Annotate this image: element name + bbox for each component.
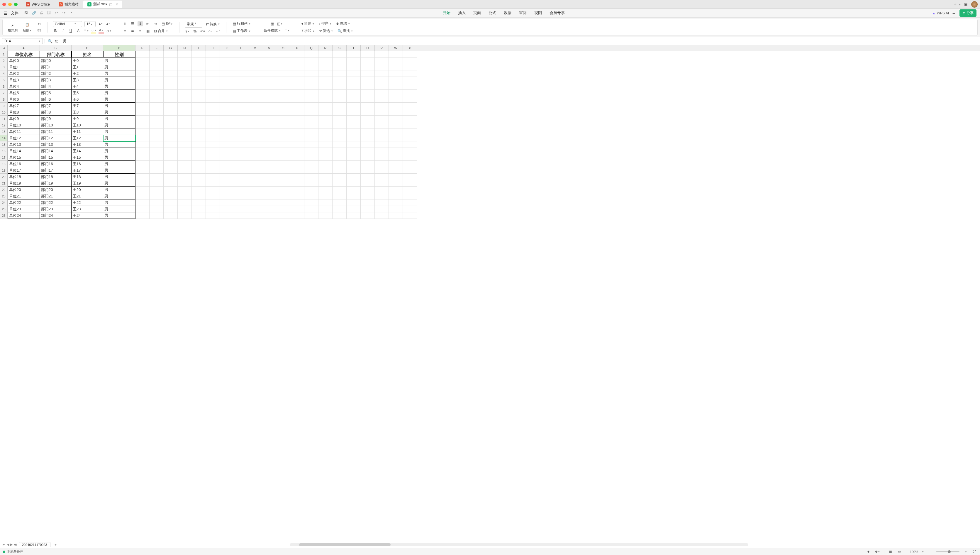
cell[interactable] — [149, 77, 163, 83]
cell[interactable] — [206, 174, 220, 180]
row-header[interactable]: 13 — [0, 128, 8, 135]
column-header[interactable]: H — [178, 45, 192, 51]
cell[interactable] — [248, 96, 262, 103]
cell[interactable]: 男 — [103, 71, 136, 77]
cell[interactable]: 部门0 — [40, 58, 72, 64]
cell[interactable] — [149, 174, 163, 180]
cell[interactable] — [389, 77, 403, 83]
cell[interactable] — [361, 128, 375, 135]
cell[interactable] — [347, 186, 361, 193]
sort-button[interactable]: ↕ 排序▾ — [317, 21, 333, 27]
cell[interactable] — [206, 122, 220, 128]
cell[interactable] — [304, 109, 319, 115]
cell[interactable]: 王5 — [72, 90, 103, 96]
cell[interactable] — [333, 51, 347, 58]
column-header[interactable]: M — [248, 45, 262, 51]
cell[interactable]: 男 — [103, 103, 136, 109]
cell[interactable] — [290, 135, 304, 141]
cell[interactable] — [304, 77, 319, 83]
cell[interactable] — [220, 109, 234, 115]
cell[interactable] — [234, 51, 248, 58]
column-header[interactable]: P — [290, 45, 304, 51]
cell[interactable]: 王7 — [72, 103, 103, 109]
cell[interactable] — [149, 58, 163, 64]
cell[interactable] — [304, 180, 319, 186]
row-header[interactable]: 15 — [0, 141, 8, 148]
cell[interactable] — [248, 71, 262, 77]
cell[interactable]: 单位名称 — [8, 51, 40, 58]
cell[interactable]: 男 — [103, 83, 136, 90]
row-header[interactable]: 21 — [0, 180, 8, 186]
column-header[interactable]: K — [220, 45, 234, 51]
add-sheet-button[interactable]: ＋ — [52, 542, 59, 547]
cell[interactable] — [403, 180, 417, 186]
cell[interactable] — [290, 174, 304, 180]
user-avatar[interactable] — [971, 1, 978, 8]
cell[interactable] — [319, 103, 333, 109]
cell[interactable]: 男 — [103, 148, 136, 154]
cell[interactable] — [163, 122, 178, 128]
cell[interactable] — [361, 141, 375, 148]
cell[interactable]: 王13 — [72, 141, 103, 148]
tab-close-icon[interactable]: × — [116, 2, 118, 7]
cell[interactable] — [163, 51, 178, 58]
cell[interactable] — [163, 109, 178, 115]
cell[interactable] — [290, 167, 304, 174]
cell[interactable] — [389, 115, 403, 122]
cell[interactable] — [403, 141, 417, 148]
cell[interactable] — [304, 186, 319, 193]
cell[interactable] — [403, 212, 417, 219]
cell[interactable]: 王4 — [72, 83, 103, 90]
wps-ai-button[interactable]: ▲WPS AI — [932, 11, 949, 15]
cell[interactable] — [234, 128, 248, 135]
cell[interactable] — [304, 193, 319, 199]
cell[interactable] — [136, 167, 149, 174]
cloud-icon[interactable]: ☁ — [952, 11, 956, 16]
cell[interactable] — [206, 141, 220, 148]
sum-button[interactable]: Σ 求和▾ — [300, 28, 315, 34]
cell[interactable] — [389, 58, 403, 64]
cell[interactable]: 部门8 — [40, 109, 72, 115]
cell[interactable] — [262, 148, 276, 154]
cell[interactable] — [262, 51, 276, 58]
decrease-decimal-icon[interactable]: ←.0 — [215, 29, 221, 34]
cell[interactable] — [347, 154, 361, 161]
cell[interactable] — [262, 90, 276, 96]
cell[interactable] — [276, 206, 290, 212]
cell[interactable]: 王19 — [72, 180, 103, 186]
cell[interactable] — [234, 83, 248, 90]
cell[interactable]: 男 — [103, 206, 136, 212]
cell[interactable] — [149, 128, 163, 135]
cell[interactable] — [319, 135, 333, 141]
column-header[interactable]: B — [40, 45, 72, 51]
cell[interactable] — [262, 193, 276, 199]
cell[interactable] — [192, 180, 206, 186]
cell[interactable] — [206, 128, 220, 135]
cell[interactable] — [220, 51, 234, 58]
cell[interactable] — [178, 103, 192, 109]
cell[interactable]: 王24 — [72, 212, 103, 219]
cell[interactable] — [347, 128, 361, 135]
cell[interactable] — [375, 128, 389, 135]
sheet-nav-first-icon[interactable]: ⏮ — [2, 543, 6, 547]
cell[interactable] — [276, 141, 290, 148]
cell[interactable]: 单位23 — [8, 206, 40, 212]
cell[interactable]: 单位20 — [8, 186, 40, 193]
cell[interactable] — [347, 58, 361, 64]
sheet-nav-last-icon[interactable]: ⏭ — [14, 543, 17, 547]
cell[interactable] — [375, 186, 389, 193]
row-header[interactable]: 17 — [0, 154, 8, 161]
row-header[interactable]: 14 — [0, 135, 8, 141]
cell[interactable]: 部门12 — [40, 135, 72, 141]
cell[interactable] — [149, 51, 163, 58]
cell[interactable] — [276, 174, 290, 180]
cell[interactable] — [248, 83, 262, 90]
cell[interactable] — [361, 71, 375, 77]
cell[interactable] — [276, 122, 290, 128]
cell[interactable] — [136, 186, 149, 193]
cell[interactable]: 部门4 — [40, 83, 72, 90]
row-header[interactable]: 7 — [0, 90, 8, 96]
align-top-icon[interactable]: ⬆ — [122, 21, 128, 26]
underline-icon[interactable]: U — [68, 28, 73, 34]
cell[interactable] — [375, 64, 389, 71]
